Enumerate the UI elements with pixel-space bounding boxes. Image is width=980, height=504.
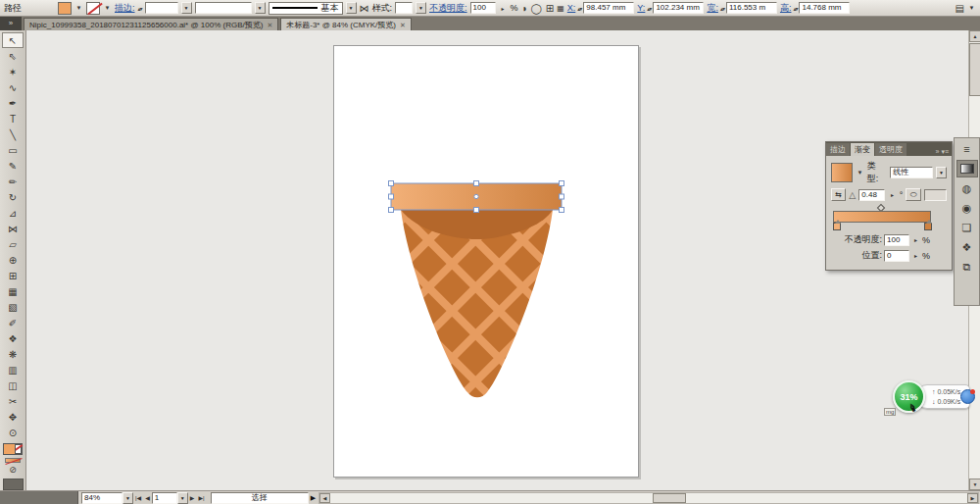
handle-top-right[interactable] xyxy=(560,181,564,186)
hand-tool[interactable]: ✥ xyxy=(2,409,24,425)
opacity-field[interactable]: 100 xyxy=(470,2,496,14)
scroll-up-icon[interactable]: ▲ xyxy=(969,30,980,42)
gradient-ramp[interactable] xyxy=(833,211,931,223)
color-mode-none-button[interactable]: ⊘ xyxy=(9,465,17,475)
mesh-tool[interactable]: ▦ xyxy=(2,283,24,299)
gradient-fill-swatch[interactable] xyxy=(831,163,853,182)
style-dropdown[interactable]: ▼ xyxy=(416,2,426,14)
gradient-angle-field[interactable]: 0.48 xyxy=(858,189,885,201)
panel-menu-arrow-icon[interactable]: ▼ xyxy=(967,5,976,11)
document-tab-2[interactable]: 未标题-3* @ 84% (CMYK/预览) ✕ xyxy=(280,18,412,30)
tab-overflow-icon[interactable]: » xyxy=(0,17,22,30)
paintbrush-tool[interactable]: ✎ xyxy=(2,158,24,174)
next-artboard-icon[interactable]: ▶ xyxy=(188,494,197,501)
document-tab-1[interactable]: Nipic_10999358_20180701231125656000.ai* … xyxy=(24,18,278,30)
recolor-artwork-icon[interactable]: ◑ xyxy=(521,3,527,14)
handle-mid-left[interactable] xyxy=(389,194,394,199)
stroke-style-dropdown[interactable]: ▼ xyxy=(346,2,357,14)
tab-transparency[interactable]: 透明度 xyxy=(875,143,906,156)
center-anchor-point[interactable] xyxy=(474,194,478,198)
scale-tool[interactable]: ⊿ xyxy=(2,205,24,221)
dock-panel-menu-icon[interactable]: ≡ xyxy=(956,140,978,158)
handle-top-left[interactable] xyxy=(389,181,394,186)
type-tool[interactable]: T xyxy=(2,111,24,126)
first-artboard-icon[interactable]: |◀ xyxy=(133,494,143,501)
gradient-swatch-dropdown-icon[interactable]: ▼ xyxy=(856,170,864,176)
gradient-type-dropdown[interactable]: ▼ xyxy=(936,167,947,178)
width-tool[interactable]: ⋈ xyxy=(2,221,24,236)
dock-appearance-icon[interactable]: ◉ xyxy=(956,199,978,217)
dock-symbols-icon[interactable]: ❖ xyxy=(956,238,978,256)
panel-collapse-icon[interactable]: » xyxy=(936,148,940,155)
gradient-slider[interactable] xyxy=(833,204,945,229)
gradient-stop-left[interactable] xyxy=(833,223,841,230)
prev-artboard-icon[interactable]: ◀ xyxy=(143,494,152,501)
horizontal-scrollbar[interactable]: ◀ ▶ xyxy=(318,492,979,504)
reverse-gradient-button[interactable]: ⇆ xyxy=(831,188,846,201)
reference-point-icon[interactable]: ▦ xyxy=(557,4,564,13)
fill-dropdown-icon[interactable]: ▼ xyxy=(74,5,83,11)
gradient-type-value[interactable]: 线性 xyxy=(890,167,933,178)
stop-position-field[interactable]: 0 xyxy=(884,250,909,262)
dock-gradient-icon[interactable] xyxy=(956,160,978,177)
vertical-scroll-thumb[interactable] xyxy=(969,43,980,96)
last-artboard-icon[interactable]: ▶| xyxy=(196,494,206,501)
brush-field[interactable] xyxy=(195,2,252,14)
stop-position-stepper-icon[interactable]: ▸ xyxy=(911,252,920,259)
fill-stroke-indicator[interactable] xyxy=(2,443,24,455)
style-field[interactable] xyxy=(395,2,413,14)
network-speed-panel[interactable]: ↑ 0.05K/s ↓ 0.09K/s xyxy=(917,384,970,409)
scroll-right-icon[interactable]: ▶ xyxy=(967,493,978,503)
dock-artboards-icon[interactable]: ⧉ xyxy=(956,258,978,276)
selection-tool[interactable]: ↖ xyxy=(2,32,24,48)
opacity-stepper-icon[interactable]: ▸ xyxy=(499,5,508,12)
width-profile-icon[interactable]: ⋈ xyxy=(360,3,369,14)
artboard-dropdown-icon[interactable]: ▼ xyxy=(177,492,188,504)
perspective-grid-tool[interactable]: ⊞ xyxy=(2,268,24,283)
document-setup-icon[interactable]: ◯ xyxy=(531,3,542,14)
line-segment-tool[interactable]: ╲ xyxy=(2,126,24,142)
status-expand-icon[interactable]: ▶ xyxy=(309,494,318,502)
stroke-weight-stepper[interactable]: ▴▾ xyxy=(138,5,142,12)
icecream-cone-artwork[interactable] xyxy=(334,46,640,479)
artboard-number-field[interactable]: 1 xyxy=(152,492,177,504)
stop-opacity-stepper-icon[interactable]: ▸ xyxy=(911,236,920,243)
zoom-tool[interactable]: ⊙ xyxy=(2,425,24,440)
scroll-down-icon[interactable]: ▼ xyxy=(969,479,980,490)
symbol-sprayer-tool[interactable]: ❋ xyxy=(2,346,24,362)
stroke-link[interactable]: 描边: xyxy=(115,2,135,15)
tab-close-icon[interactable]: ✕ xyxy=(400,19,406,31)
screen-mode-button[interactable] xyxy=(3,479,24,490)
opacity-link[interactable]: 不透明度: xyxy=(429,2,467,15)
slice-tool[interactable]: ✂ xyxy=(2,393,24,409)
fill-color-swatch[interactable] xyxy=(58,2,72,15)
shape-builder-tool[interactable]: ⊕ xyxy=(2,252,24,268)
zoom-level-field[interactable]: 84% xyxy=(81,492,122,504)
artboard-tool[interactable]: ◫ xyxy=(2,378,24,393)
handle-bottom-right[interactable] xyxy=(560,208,564,213)
free-transform-tool[interactable]: ▱ xyxy=(2,236,24,252)
artboard-page[interactable] xyxy=(333,45,639,478)
lasso-tool[interactable]: ∿ xyxy=(2,79,24,95)
gradient-tool[interactable]: ▧ xyxy=(2,299,24,315)
stroke-style-preview[interactable]: 基本 xyxy=(269,2,343,15)
color-mode-gradient-button[interactable] xyxy=(5,458,21,463)
gradient-stop-right[interactable] xyxy=(924,223,932,230)
dock-color-guide-icon[interactable]: ◍ xyxy=(956,179,978,197)
fill-indicator[interactable] xyxy=(3,443,16,455)
stop-opacity-field[interactable]: 100 xyxy=(884,234,909,246)
magic-wand-tool[interactable]: ✶ xyxy=(2,64,24,79)
rectangle-tool[interactable]: ▭ xyxy=(2,142,24,158)
blend-tool[interactable]: ❖ xyxy=(2,330,24,346)
pen-tool[interactable]: ✒ xyxy=(2,95,24,111)
stroke-weight-dropdown[interactable]: ▼ xyxy=(181,2,192,14)
column-graph-tool[interactable]: ▥ xyxy=(2,362,24,378)
brush-dropdown[interactable]: ▼ xyxy=(255,2,266,14)
scroll-left-icon[interactable]: ◀ xyxy=(319,493,330,503)
handle-top-center[interactable] xyxy=(474,181,479,186)
tab-gradient[interactable]: 渐变 xyxy=(851,143,874,156)
stroke-dropdown-icon[interactable]: ▼ xyxy=(103,5,112,11)
direct-selection-tool[interactable]: ⇖ xyxy=(2,48,24,64)
rotate-tool[interactable]: ↻ xyxy=(2,189,24,205)
security-ball-icon[interactable] xyxy=(960,389,975,404)
